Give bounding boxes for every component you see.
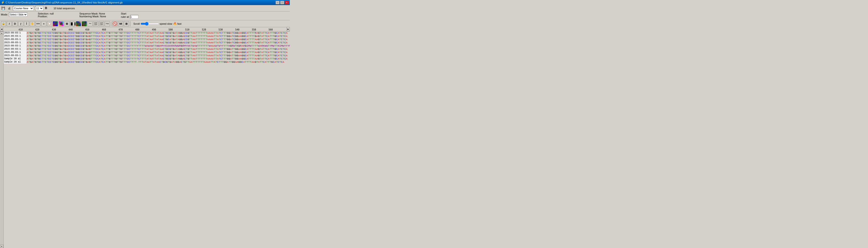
table-row: Sample 20 alATGATGTGCTTCTCCTCGGTGATGACCC… xyxy=(4,60,290,64)
window-title: C:\Users\user\Desktop\Sequencing\First c… xyxy=(5,1,123,4)
sequence-label: Sample 20 al xyxy=(4,60,27,64)
ruler-start-input[interactable] xyxy=(130,15,138,19)
seq-mask-display: Sequence Mask: None xyxy=(80,12,114,15)
font-size-select[interactable]: 11 xyxy=(35,6,43,10)
table-row: 2015-09-03-1ATGATGTGCTTCTCCTCGGTGATGACCC… xyxy=(4,41,290,44)
sequences-panel: 2015-09-03-1ATGATGTGCTTCTCCTCGGTGATGACCC… xyxy=(4,31,290,248)
table-row: 2015-09-03-1ATGATGTGCTTCTCCTCGGTGATGACCC… xyxy=(4,35,290,38)
sequence-content[interactable]: ATGATGTGCTTCTCCTCGGTGATGACCCCTGGCCGTGAGT… xyxy=(27,35,290,38)
table-row: 2015-09-03-1ATGATGTGCTTCTCCTCGGTGATGACCC… xyxy=(4,48,290,51)
color-btn4[interactable]: ⬛ xyxy=(82,21,87,26)
sequence-content[interactable]: ATGATGTGCTTCTCCTCGGTGATGACCCCTGGCCGTGAGT… xyxy=(27,48,290,51)
codon-btn1[interactable]: GATCAT xyxy=(93,21,98,26)
bold-button[interactable]: B xyxy=(45,6,50,10)
seq-mask-label: Sequence Mask: xyxy=(80,12,98,15)
hand-btn[interactable]: 🖐 xyxy=(30,21,35,26)
stop-btn[interactable]: 🚫 xyxy=(112,21,118,26)
sequence-label: 2015-09-03-1 xyxy=(4,38,27,41)
goto-btn[interactable]: G·D xyxy=(35,21,41,26)
italic-i-btn[interactable]: I xyxy=(7,21,12,26)
selection-section: Selection: null Position: xyxy=(31,12,68,18)
title-bar: ⚡ C:\Users\user\Desktop\Sequencing\First… xyxy=(0,0,290,5)
ruler-tick-text: 410 420 430 440 450 460 470 480 490 500 … xyxy=(3,28,273,31)
arrow-icon: 🔥 xyxy=(173,22,177,25)
sequence-count: 10 total sequences xyxy=(54,7,75,10)
sequence-toolbar: 🔒 I D I I 🖐 G·D + 📋 ⬛ ⬛ ▦ ▐▌▐ ⬛ ⬛ 〜 GATC… xyxy=(0,20,290,27)
sequence-content[interactable]: ATGATGTGCTTCTCCTCGGTGATGACCCCTGGCCGTGAGT… xyxy=(27,57,290,60)
toolbar-divider2 xyxy=(130,21,130,26)
sequence-label: 2015-09-03-1 xyxy=(4,41,27,44)
color-btn3[interactable]: ⬛ xyxy=(76,21,81,26)
sequence-label: 2015-09-03-1 xyxy=(4,48,27,51)
sequence-content[interactable]: ATGATGTGCTTCTCCTCGGTGATGACCCCTGGCCGTGAGT… xyxy=(27,60,290,64)
lock-icon-btn[interactable]: 🔒 xyxy=(1,21,6,26)
sequence-content[interactable]: ATGATGTGCTTCTCCTCGGTGATGACCCCTGGCCGTGAGT… xyxy=(27,44,290,48)
pattern-btn1[interactable]: ▦ xyxy=(64,21,69,26)
scroll-up-btn[interactable]: ▲ xyxy=(0,31,3,35)
save-button[interactable]: 💾 xyxy=(1,6,5,10)
ruler-numbers: 410 420 430 440 450 460 470 480 490 500 … xyxy=(3,28,286,31)
num-mask-display: Numbering Mask: None xyxy=(80,15,114,18)
selection-label: Selection: xyxy=(38,12,49,15)
tns-btn[interactable]: TNS xyxy=(105,21,110,26)
mask-section: Sequence Mask: None Numbering Mask: None xyxy=(68,12,114,18)
sequence-label: Sample 20 al xyxy=(4,57,27,60)
grid-btn[interactable]: ▦ xyxy=(124,21,129,26)
mode-section: Mode: Select / Slide xyxy=(1,12,31,17)
color-btn1[interactable]: ⬛ xyxy=(53,21,58,26)
scroll-track[interactable] xyxy=(0,35,3,245)
ruler-label2: ruler at: xyxy=(121,15,138,19)
table-row: 2015-09-03-1ATGATGTGCTTCTCCTCGGTGATGACCC… xyxy=(4,54,290,57)
overline-i-btn[interactable]: I xyxy=(24,21,29,26)
status-bar: Mode: Select / Slide Selection: null Pos… xyxy=(0,11,290,20)
ruler-left-btn[interactable]: ◀ xyxy=(0,27,3,31)
table-row: 2015-09-03-1ATGATGTGCTTCTCCTCGGTGATGACCC… xyxy=(4,51,290,54)
table-row: 2015-09-03-1ATGATGTGCTTCTCCTCGGTGATGACCC… xyxy=(4,31,290,35)
mode-select[interactable]: Select / Slide xyxy=(9,12,27,17)
selection-value: null xyxy=(50,12,54,15)
sequence-label: 2015-09-03-1 xyxy=(4,35,27,38)
sequence-content[interactable]: ATGATGTGCTTCTCCTCGGTGATGACCCCTGGCCGTGAGT… xyxy=(27,54,290,57)
plus-btn[interactable]: + xyxy=(41,21,46,26)
table-row: 2015-09-03-1ATGATGTGCTTCTCCTCGGTGATGACCC… xyxy=(4,44,290,48)
ruler-start-section: Start ruler at: xyxy=(114,12,138,19)
mi-btn[interactable]: MI xyxy=(118,21,123,26)
start-ruler-label: Start xyxy=(121,12,126,15)
sequence-content[interactable]: ATGATGTGCTTCTCCTCGGTGATGACCCCTGGCCGTGAGT… xyxy=(27,41,290,44)
title-bar-left: ⚡ C:\Users\user\Desktop\Sequencing\First… xyxy=(1,1,123,4)
bar-chart-btn[interactable]: ▐▌▐ xyxy=(70,21,75,26)
sequence-label: 2015-09-03-1 xyxy=(4,54,27,57)
sequence-label: 2015-09-03-1 xyxy=(4,31,27,35)
table-row: Sample 20 alATGATGTGCTTCTCCTCGGTGATGACCC… xyxy=(4,57,290,60)
sequence-content[interactable]: ATGATGTGCTTCTCCTCGGTGATGACCCCTGGCCGTGAGT… xyxy=(27,51,290,54)
toolbar-divider1 xyxy=(111,21,111,26)
close-button[interactable]: ✕ xyxy=(285,1,289,4)
main-toolbar: 💾 🖨 Courier New 11 B 10 total sequences xyxy=(0,5,290,11)
sequence-content[interactable]: ATGATGTGCTTCTCCTCGGTGATGACCCCTGGCCGTGAGT… xyxy=(27,38,290,41)
ruler-right-btn[interactable]: ▶ xyxy=(286,27,290,31)
scroll-label: Scroll xyxy=(133,22,140,25)
copy-btn[interactable]: 📋 xyxy=(47,21,52,26)
minimize-button[interactable]: ─ xyxy=(276,1,280,4)
position-label: Position: xyxy=(38,15,48,18)
insert-i-btn[interactable]: I xyxy=(18,21,23,26)
app-icon: ⚡ xyxy=(1,1,5,4)
sequence-content[interactable]: ATGATGTGCTTCTCCTCGGTGATGACCCCTGGCCGTGAGT… xyxy=(27,31,290,35)
scroll-down-btn[interactable]: ▼ xyxy=(0,245,3,248)
color-btn2[interactable]: ⬛ xyxy=(59,21,64,26)
print-icon: 🖨 xyxy=(8,6,11,10)
wave-btn[interactable]: 〜 xyxy=(88,21,93,26)
font-select[interactable]: Courier New xyxy=(13,6,34,10)
scroll-slider[interactable] xyxy=(141,22,159,26)
selection-display: Selection: null xyxy=(38,12,68,15)
speed-slow-label: speed slow xyxy=(160,22,173,25)
sequence-label: 2015-09-03-1 xyxy=(4,44,27,48)
num-mask-label: Numbering Mask: xyxy=(80,15,99,18)
maximize-button[interactable]: □ xyxy=(280,1,284,4)
title-bar-buttons: ─ □ ✕ xyxy=(276,1,289,4)
codon-btn2[interactable]: GATCAT xyxy=(99,21,104,26)
mode-label: Mode: xyxy=(1,13,8,16)
table-row: 2015-09-03-1ATGATGTGCTTCTCCTCGGTGATGACCC… xyxy=(4,38,290,41)
print-button[interactable]: 🖨 xyxy=(7,6,11,10)
delete-btn[interactable]: D xyxy=(12,21,18,26)
